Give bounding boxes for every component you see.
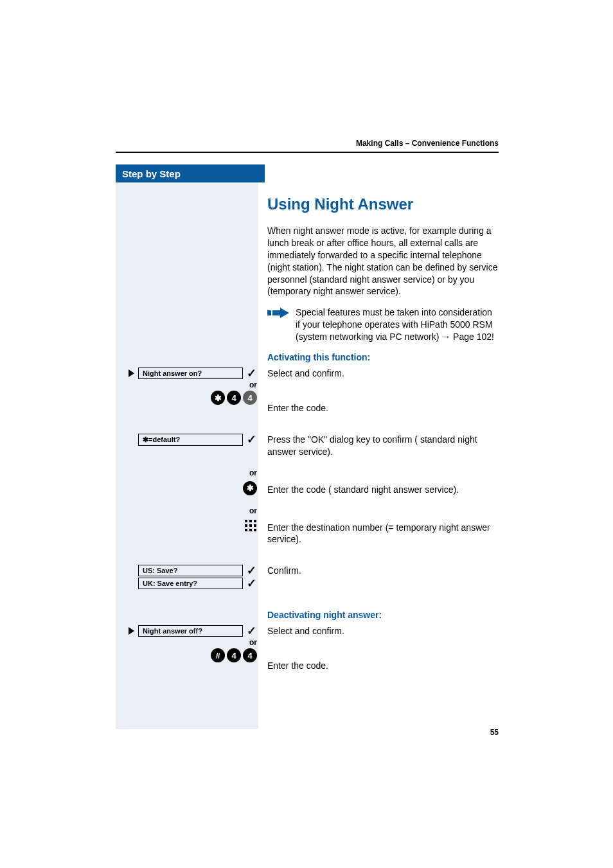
breadcrumb: Making Calls – Convenience Functions: [116, 139, 499, 148]
header-rule: [116, 152, 499, 153]
page-number: 55: [490, 728, 499, 737]
step-enter-code: Enter the code.: [267, 391, 499, 414]
key-star[interactable]: ✱: [211, 391, 225, 405]
svg-rect-11: [254, 529, 256, 531]
step-enter-code-std: Enter the code ( standard night answer s…: [267, 467, 499, 496]
key-4[interactable]: 4: [227, 391, 241, 405]
triangle-icon: [129, 369, 134, 377]
svg-rect-0: [267, 310, 271, 315]
svg-rect-10: [249, 529, 252, 531]
prompt-night-on[interactable]: Night answer on?: [138, 368, 243, 379]
check-icon: ✓: [245, 565, 257, 576]
or-label: or: [249, 380, 257, 389]
main-content: Using Night Answer When night answer mod…: [267, 186, 499, 675]
section-title: Using Night Answer: [267, 195, 499, 213]
check-icon: ✓: [245, 368, 257, 379]
prompt-default[interactable]: ✱=default?: [138, 434, 243, 446]
or-label: or: [249, 506, 257, 515]
check-icon: ✓: [245, 434, 257, 445]
dialpad-icon: [244, 519, 257, 532]
step-select-confirm: Select and confirm.: [267, 625, 499, 637]
step-enter-code: Enter the code.: [267, 648, 499, 672]
prompt-night-off[interactable]: Night answer off?: [138, 625, 243, 637]
intro-paragraph: When night answer mode is active, for ex…: [267, 225, 499, 297]
key-4[interactable]: 4: [227, 648, 241, 662]
svg-rect-1: [272, 310, 280, 315]
key-4-dim[interactable]: 4: [243, 391, 257, 405]
key-hash[interactable]: #: [211, 648, 225, 662]
deactivate-heading: Deactivating night answer:: [267, 610, 499, 620]
key-star[interactable]: ✱: [243, 481, 257, 495]
prompt-save-uk[interactable]: UK: Save entry?: [138, 578, 243, 589]
step-enter-dest: Enter the destination number (= temporar…: [267, 505, 499, 546]
check-icon: ✓: [245, 625, 257, 637]
note-arrow-icon: [267, 306, 289, 343]
triangle-icon: [129, 627, 134, 635]
sidebar-title: Step by Step: [116, 164, 265, 182]
svg-rect-3: [245, 520, 247, 522]
svg-rect-8: [254, 524, 256, 527]
or-label: or: [249, 638, 257, 647]
svg-rect-9: [245, 529, 247, 531]
key-4[interactable]: 4: [243, 648, 257, 662]
svg-rect-5: [254, 520, 256, 522]
svg-rect-4: [249, 520, 252, 522]
svg-rect-7: [249, 524, 252, 527]
activate-heading: Activating this function:: [267, 352, 499, 362]
svg-marker-2: [280, 308, 289, 318]
step-press-ok: Press the "OK" dialog key to confirm ( s…: [267, 434, 499, 458]
note-text: Special features must be taken into cons…: [296, 306, 499, 343]
step-select-confirm: Select and confirm.: [267, 368, 499, 380]
prompt-save-us[interactable]: US: Save?: [138, 565, 243, 576]
note-block: Special features must be taken into cons…: [267, 306, 499, 343]
or-label: or: [249, 468, 257, 477]
step-confirm: Confirm.: [267, 565, 499, 577]
check-icon: ✓: [245, 578, 257, 589]
svg-rect-6: [245, 524, 247, 527]
